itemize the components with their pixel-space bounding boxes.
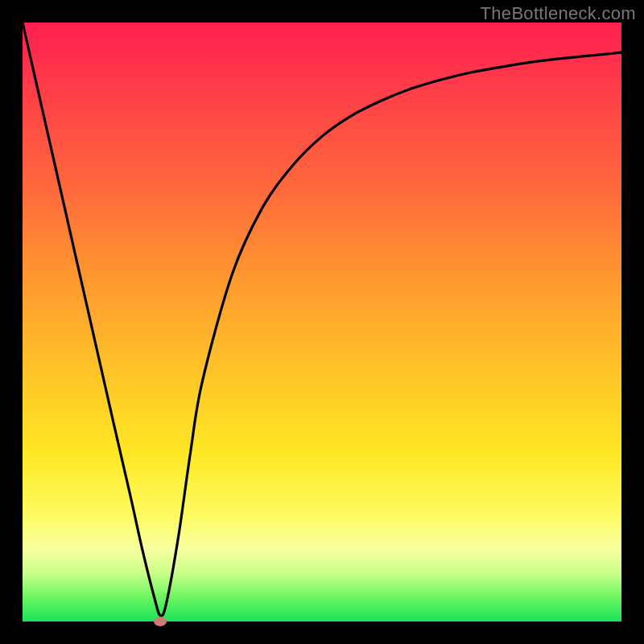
optimum-marker (154, 617, 167, 626)
curve-svg (23, 23, 621, 621)
bottleneck-curve (23, 23, 621, 616)
chart-frame: TheBottleneck.com (0, 0, 644, 644)
plot-area (23, 23, 621, 621)
watermark-text: TheBottleneck.com (481, 3, 636, 24)
